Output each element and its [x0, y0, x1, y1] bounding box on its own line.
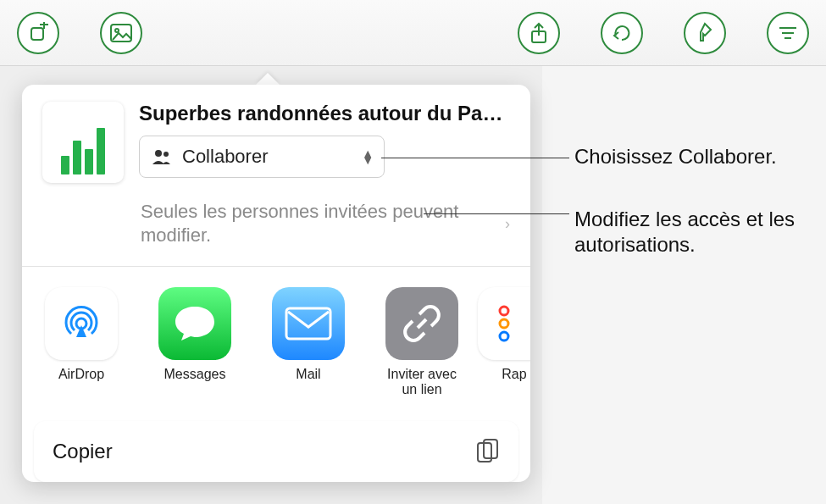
svg-rect-0	[31, 28, 43, 40]
copy-label: Copier	[53, 440, 113, 463]
copy-icon	[476, 438, 500, 465]
chevron-updown-icon: ▲▼	[362, 150, 374, 163]
document-icon	[42, 102, 124, 183]
app-invite-link[interactable]: Inviter avec un lien	[380, 287, 464, 397]
airdrop-icon	[45, 287, 118, 360]
svg-point-10	[155, 150, 162, 157]
app-label-messages: Messages	[164, 367, 226, 382]
rappels-icon	[478, 287, 530, 360]
permissions-text: Seules les personnes invitées peuvent mo…	[141, 200, 496, 247]
share-sheet: Superbes randonnées autour du Pa… Collab…	[22, 85, 530, 482]
messages-icon	[158, 287, 231, 360]
share-button[interactable]	[518, 12, 560, 54]
chevron-right-icon: ›	[505, 215, 510, 233]
permissions-row[interactable]: Seules les personnes invitées peuvent mo…	[22, 183, 530, 266]
undo-button[interactable]	[601, 12, 643, 54]
link-icon	[385, 287, 458, 360]
app-label-mail: Mail	[296, 367, 320, 382]
svg-point-16	[500, 332, 508, 341]
app-rappels[interactable]: Rap	[493, 287, 530, 397]
app-label-airdrop: AirDrop	[58, 367, 104, 382]
callout-leader-2	[424, 213, 569, 214]
mail-icon	[272, 287, 345, 360]
add-shape-button[interactable]	[17, 12, 59, 54]
svg-point-4	[115, 29, 119, 32]
collaborate-dropdown[interactable]: Collaborer ▲▼	[139, 136, 385, 178]
svg-rect-13	[286, 308, 330, 339]
callout-permissions: Modifiez les accès et les autorisations.	[574, 207, 826, 258]
app-label-invite: Inviter avec un lien	[380, 367, 464, 397]
app-airdrop[interactable]: AirDrop	[39, 287, 124, 397]
app-label-rappels: Rap	[502, 367, 526, 382]
svg-point-15	[500, 319, 508, 328]
toolbar	[0, 0, 826, 66]
app-messages[interactable]: Messages	[152, 287, 237, 397]
document-title: Superbes randonnées autour du Pa…	[139, 102, 510, 125]
insert-media-button[interactable]	[100, 12, 142, 54]
more-button[interactable]	[767, 12, 809, 54]
svg-point-14	[500, 307, 508, 315]
copy-row[interactable]: Copier	[34, 421, 518, 482]
popover-arrow	[256, 73, 280, 85]
people-icon	[152, 149, 174, 164]
svg-point-11	[164, 152, 169, 157]
share-apps-row: AirDrop Messages Mail Inviter avec un li…	[22, 267, 530, 406]
collaborate-label: Collaborer	[182, 146, 269, 168]
callout-leader-1	[381, 158, 569, 158]
callout-collaborate: Choisissez Collaborer.	[574, 144, 777, 169]
format-brush-button[interactable]	[684, 12, 726, 54]
app-mail[interactable]: Mail	[266, 287, 351, 397]
